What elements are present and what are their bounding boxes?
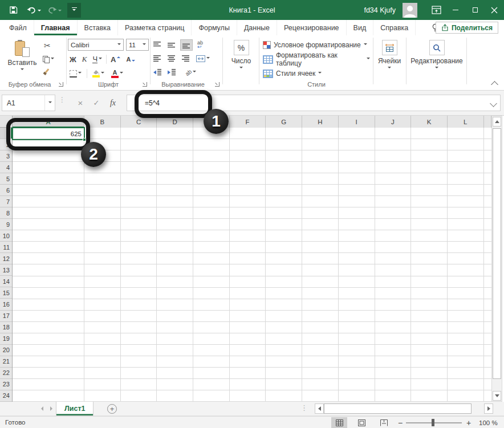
grid-body[interactable]	[13, 128, 491, 402]
name-box-dropdown[interactable]	[44, 95, 55, 111]
row-header[interactable]: 15	[0, 287, 12, 299]
cut-button[interactable]: ✂	[42, 40, 52, 51]
row-header[interactable]: 14	[0, 276, 12, 287]
alignment-dialog-launcher[interactable]	[215, 82, 220, 87]
grid-column[interactable]	[121, 128, 157, 402]
grid-column[interactable]	[84, 128, 121, 402]
tab-page-layout[interactable]: Разметка страниц	[118, 20, 192, 35]
row-header[interactable]: 6	[0, 185, 12, 196]
grid-column[interactable]	[13, 128, 84, 402]
align-top-button[interactable]	[152, 39, 163, 51]
previous-sheet-button[interactable]	[39, 405, 46, 412]
row-header[interactable]: 17	[0, 311, 12, 322]
column-header[interactable]: G	[266, 116, 302, 128]
avatar[interactable]	[403, 3, 417, 18]
editing-button[interactable]: Редактирование	[413, 38, 461, 70]
row-header[interactable]: 5	[0, 173, 12, 185]
column-header[interactable]: K	[411, 116, 448, 128]
vertical-scrollbar[interactable]	[491, 116, 502, 402]
format-as-table-button[interactable]: Форматировать как таблицу	[261, 54, 372, 65]
cells-button[interactable]: Ячейки	[375, 38, 404, 70]
row-header[interactable]: 12	[0, 253, 12, 264]
redo-button[interactable]	[47, 3, 62, 18]
column-header[interactable]: J	[375, 116, 412, 128]
underline-button[interactable]: Ч	[91, 54, 104, 65]
grid-column[interactable]	[448, 128, 484, 402]
column-header[interactable]: F	[230, 116, 266, 128]
save-button[interactable]	[6, 3, 21, 18]
row-header[interactable]: 9	[0, 219, 12, 230]
column-header-partial[interactable]	[484, 116, 491, 128]
paste-dropdown-icon[interactable]	[21, 68, 24, 72]
align-middle-button[interactable]	[166, 39, 177, 51]
borders-dropdown-icon[interactable]	[78, 72, 82, 75]
font-size-select[interactable]: 11	[126, 39, 149, 51]
grid-column[interactable]	[230, 128, 266, 402]
paste-button[interactable]: Вставить	[6, 38, 39, 72]
fill-color-button[interactable]	[91, 68, 106, 79]
bold-button[interactable]: Ж	[68, 54, 78, 65]
tab-view[interactable]: Вид	[347, 20, 374, 35]
row-header[interactable]: 23	[0, 379, 12, 390]
insert-function-button[interactable]: fx	[105, 95, 120, 111]
format-table-dropdown-icon[interactable]	[367, 58, 370, 61]
row-header[interactable]: 4	[0, 162, 12, 173]
row-header[interactable]: 24	[0, 390, 12, 402]
column-header[interactable]: L	[448, 116, 484, 128]
share-button[interactable]: Поделиться	[436, 22, 498, 34]
row-header[interactable]: 18	[0, 322, 12, 333]
new-sheet-button[interactable]: +	[107, 404, 117, 414]
wrap-text-button[interactable]: ab ↩	[196, 39, 205, 51]
redo-dropdown-icon[interactable]	[58, 10, 62, 13]
decrease-font-button[interactable]: A	[124, 54, 137, 65]
next-sheet-button[interactable]	[48, 405, 55, 412]
maximize-button[interactable]	[465, 0, 485, 20]
customize-quick-access-button[interactable]	[67, 3, 81, 18]
tab-data[interactable]: Данные	[237, 20, 277, 35]
ribbon-display-options-button[interactable]	[426, 0, 446, 20]
scroll-right-button[interactable]	[484, 403, 493, 414]
row-header[interactable]: 22	[0, 368, 12, 379]
increase-font-button[interactable]: A	[109, 54, 122, 65]
borders-button[interactable]	[68, 68, 83, 79]
row-header[interactable]: 3	[0, 150, 12, 162]
page-layout-view-button[interactable]	[353, 417, 369, 428]
horizontal-scroll-thumb[interactable]	[324, 403, 472, 414]
tab-formulas[interactable]: Формулы	[192, 20, 237, 35]
enter-button[interactable]: ✓	[89, 95, 104, 111]
normal-view-button[interactable]	[331, 417, 347, 428]
grid-column[interactable]	[302, 128, 339, 402]
row-header[interactable]: 8	[0, 207, 12, 219]
merge-dropdown-icon[interactable]	[206, 57, 210, 60]
row-header[interactable]: 10	[0, 230, 12, 242]
conditional-dropdown-icon[interactable]	[364, 43, 367, 47]
zoom-out-button[interactable]: −	[396, 417, 405, 428]
underline-dropdown-icon[interactable]	[99, 58, 102, 61]
grid-column[interactable]	[339, 128, 375, 402]
decrease-indent-button[interactable]	[152, 67, 163, 78]
user-name[interactable]: fd34 Kjufy	[364, 6, 396, 14]
row-header[interactable]: 21	[0, 356, 12, 368]
copy-dropdown-icon[interactable]	[51, 58, 54, 61]
cells-dropdown-icon[interactable]	[388, 67, 391, 70]
scroll-up-button[interactable]	[493, 117, 501, 127]
merge-center-button[interactable]	[194, 53, 212, 64]
collapse-ribbon-button[interactable]	[491, 81, 498, 88]
column-header[interactable]: I	[339, 116, 375, 128]
row-header[interactable]: 11	[0, 242, 12, 253]
name-box[interactable]: A1	[2, 95, 55, 111]
tab-review[interactable]: Рецензирование	[277, 20, 347, 35]
page-break-view-button[interactable]	[376, 417, 392, 428]
undo-dropdown-icon[interactable]	[38, 10, 41, 13]
orientation-dropdown-icon[interactable]	[193, 71, 196, 74]
cell-styles-dropdown-icon[interactable]	[318, 72, 322, 75]
font-dialog-launcher[interactable]	[143, 82, 147, 87]
zoom-in-button[interactable]: +	[464, 417, 473, 428]
row-header[interactable]: 13	[0, 264, 12, 276]
zoom-slider-thumb[interactable]	[432, 419, 434, 426]
grid-column[interactable]	[375, 128, 412, 402]
editing-dropdown-icon[interactable]	[435, 67, 438, 70]
vertical-scroll-thumb[interactable]	[493, 128, 501, 379]
cancel-button[interactable]: ×	[73, 95, 88, 111]
tab-file[interactable]: Файл	[0, 20, 34, 35]
